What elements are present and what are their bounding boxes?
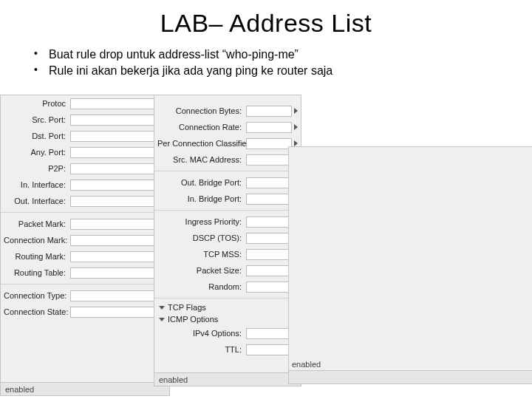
ttl-input[interactable] bbox=[246, 344, 292, 355]
field-label: Routing Table: bbox=[4, 268, 70, 277]
field-label: Connection Mark: bbox=[4, 236, 70, 245]
field-label: Connection Type: bbox=[4, 291, 70, 300]
field-row: In. Bridge Port: bbox=[154, 191, 301, 207]
ingress-priority-input[interactable] bbox=[246, 216, 292, 228]
bullet-item: Buat rule drop untuk address-list “who-p… bbox=[30, 47, 532, 63]
field-label: Connection Bytes: bbox=[157, 106, 246, 115]
field-row: Connection Mark: bbox=[1, 232, 169, 248]
dst-port-input[interactable] bbox=[70, 131, 160, 142]
bullet-list: Buat rule drop untuk address-list “who-p… bbox=[30, 47, 532, 80]
field-row: TTL: bbox=[154, 341, 301, 358]
firewall-dialog-right: enabled bbox=[288, 146, 532, 384]
field-label: Connection Rate: bbox=[157, 123, 246, 132]
bullet-item: Rule ini akan bekerja jika ada yang ping… bbox=[30, 63, 532, 79]
field-label: Random: bbox=[157, 282, 246, 291]
field-row: Connection Rate: bbox=[154, 119, 301, 135]
section-label: TCP Flags bbox=[168, 303, 206, 312]
connection-mark-input[interactable] bbox=[70, 235, 160, 246]
connection-type-input[interactable] bbox=[70, 290, 160, 301]
field-label: P2P: bbox=[4, 164, 70, 173]
field-row: Per Connection Classifier: bbox=[154, 135, 301, 151]
expand-icon[interactable] bbox=[294, 124, 298, 130]
per-connection-classifier-input[interactable] bbox=[246, 138, 292, 149]
routing-mark-input[interactable] bbox=[70, 251, 160, 262]
field-label: Packet Mark: bbox=[4, 219, 70, 228]
expand-icon[interactable] bbox=[294, 108, 298, 114]
protocol-input[interactable] bbox=[70, 98, 158, 109]
field-row: Any. Port: bbox=[1, 144, 169, 160]
field-row: Routing Mark: bbox=[1, 248, 169, 265]
section-header-tcp-flags[interactable]: TCP Flags bbox=[154, 301, 301, 313]
field-row: Protoc bbox=[1, 95, 169, 112]
connection-rate-input[interactable] bbox=[246, 122, 292, 133]
field-row: Src. Port: bbox=[1, 112, 169, 128]
dscp-tos-input[interactable] bbox=[246, 233, 292, 244]
out-interface-input[interactable] bbox=[70, 196, 160, 207]
field-row: Connection Type: bbox=[1, 287, 169, 304]
status-text: enabled bbox=[292, 360, 321, 369]
field-row: In. Interface: bbox=[1, 177, 169, 193]
separator bbox=[154, 171, 301, 171]
packet-size-input[interactable] bbox=[246, 265, 292, 276]
field-label: TTL: bbox=[157, 345, 246, 354]
field-label: Out. Bridge Port: bbox=[157, 178, 246, 187]
firewall-dialog-left: Protoc Src. Port: Dst. Port: Any. Port: … bbox=[0, 95, 170, 396]
status-bar: enabled bbox=[154, 372, 301, 386]
field-label: Ingress Priority: bbox=[157, 217, 246, 226]
field-label: In. Bridge Port: bbox=[157, 194, 246, 203]
ipv4-options-input[interactable] bbox=[246, 328, 292, 339]
field-row: Src. MAC Address: bbox=[154, 151, 301, 168]
field-row: TCP MSS: bbox=[154, 246, 301, 262]
expand-icon[interactable] bbox=[294, 140, 298, 146]
field-row: Out. Bridge Port: bbox=[154, 174, 301, 191]
field-label: Any. Port: bbox=[4, 148, 70, 157]
field-label: Src. MAC Address: bbox=[157, 155, 246, 164]
field-label: Src. Port: bbox=[4, 115, 70, 124]
section-header-icmp-options[interactable]: ICMP Options bbox=[154, 313, 301, 325]
in-bridge-port-input[interactable] bbox=[246, 194, 292, 205]
connection-state-input[interactable] bbox=[70, 307, 160, 318]
src-mac-address-input[interactable] bbox=[246, 154, 292, 166]
field-label: Routing Mark: bbox=[4, 252, 70, 261]
field-row: IPv4 Options: bbox=[154, 325, 301, 341]
separator bbox=[154, 210, 301, 211]
src-port-input[interactable] bbox=[70, 115, 160, 126]
separator bbox=[1, 284, 169, 284]
field-row: DSCP (TOS): bbox=[154, 230, 301, 246]
field-row: P2P: bbox=[1, 160, 169, 177]
status-bar bbox=[289, 370, 532, 383]
separator bbox=[1, 212, 169, 213]
section-label: ICMP Options bbox=[168, 315, 218, 324]
field-label: DSCP (TOS): bbox=[157, 233, 246, 242]
routing-table-input[interactable] bbox=[70, 267, 160, 279]
separator bbox=[154, 298, 301, 299]
field-label: Dst. Port: bbox=[4, 132, 70, 140]
field-row: Random: bbox=[154, 279, 301, 295]
any-port-input[interactable] bbox=[70, 147, 160, 158]
out-bridge-port-input[interactable] bbox=[246, 177, 292, 188]
field-row: Dst. Port: bbox=[1, 128, 169, 144]
random-input[interactable] bbox=[246, 282, 292, 293]
field-label: Packet Size: bbox=[157, 266, 246, 275]
connection-bytes-input[interactable] bbox=[246, 106, 292, 117]
firewall-dialog-middle: Connection Bytes: Connection Rate: Per C… bbox=[154, 95, 301, 386]
field-label: In. Interface: bbox=[4, 180, 70, 189]
tcp-mss-input[interactable] bbox=[246, 249, 292, 260]
page-title: LAB– Address List bbox=[0, 0, 532, 38]
field-label: Per Connection Classifier: bbox=[157, 139, 246, 148]
field-row: Connection Bytes: bbox=[154, 103, 301, 119]
status-bar: enabled bbox=[1, 382, 169, 395]
in-interface-input[interactable] bbox=[70, 180, 160, 191]
field-row: Ingress Priority: bbox=[154, 214, 301, 230]
p2p-input[interactable] bbox=[70, 163, 160, 174]
field-row: Routing Table: bbox=[1, 265, 169, 281]
field-row: Packet Mark: bbox=[1, 216, 169, 232]
chevron-down-icon bbox=[159, 318, 165, 321]
field-label: IPv4 Options: bbox=[157, 329, 246, 338]
packet-mark-input[interactable] bbox=[70, 219, 160, 230]
chevron-down-icon bbox=[159, 306, 165, 310]
field-label: Connection State: bbox=[4, 307, 70, 316]
field-row: Connection State: bbox=[1, 304, 169, 320]
field-label: Out. Interface: bbox=[4, 197, 70, 205]
field-row: Packet Size: bbox=[154, 262, 301, 279]
